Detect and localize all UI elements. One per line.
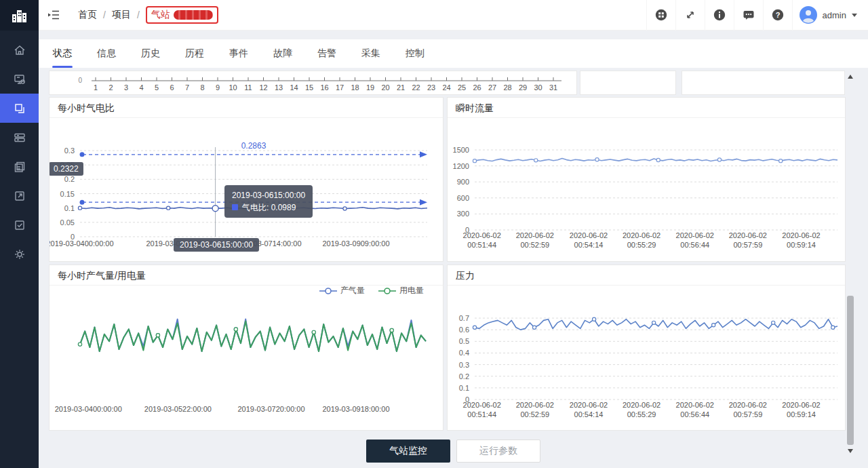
svg-text:2019-03-0400:00:00: 2019-03-0400:00:00 xyxy=(55,405,122,413)
svg-text:00:54:14: 00:54:14 xyxy=(574,410,604,418)
svg-text:2019-03-0720:00:00: 2019-03-0720:00:00 xyxy=(237,405,304,413)
legend-item-用电量[interactable]: 用电量 xyxy=(378,286,424,296)
svg-text:2020-06-02: 2020-06-02 xyxy=(782,401,820,409)
breadcrumb-separator: / xyxy=(103,9,106,20)
svg-text:2020-06-02: 2020-06-02 xyxy=(463,401,501,409)
svg-text:18: 18 xyxy=(351,83,359,92)
svg-text:00:56:44: 00:56:44 xyxy=(680,410,709,418)
svg-text:0.15: 0.15 xyxy=(60,190,75,198)
svg-text:31: 31 xyxy=(549,83,557,92)
document-copy-icon xyxy=(13,160,26,174)
svg-text:0.4: 0.4 xyxy=(459,349,469,357)
month-axis-chart: 0123456789101112131415161718192021222324… xyxy=(50,71,576,94)
content-area: 0123456789101112131415161718192021222324… xyxy=(39,68,868,468)
gas-power-chart[interactable]: 产气量用电量 2019-03-0400:00:002019-03-0522:00… xyxy=(50,286,443,429)
svg-text:2019-03-0918:00:00: 2019-03-0918:00:00 xyxy=(322,405,389,413)
buildings-logo-icon xyxy=(11,7,28,24)
svg-text:13: 13 xyxy=(275,83,283,92)
svg-text:2020-06-02: 2020-06-02 xyxy=(729,401,767,409)
svg-text:2020-06-02: 2020-06-02 xyxy=(676,401,714,409)
top-header: 首页 / 项目 / 气站 xyxy=(39,0,868,31)
tab-采集[interactable]: 采集 xyxy=(361,39,380,68)
sidebar-item-device-list[interactable] xyxy=(0,123,39,152)
header-actions: ? admin xyxy=(646,0,868,31)
app-logo xyxy=(0,0,39,31)
svg-text:0.2863: 0.2863 xyxy=(241,141,267,151)
svg-text:0.1: 0.1 xyxy=(459,384,469,392)
help-button[interactable]: ? xyxy=(763,0,792,31)
pressure-chart[interactable]: 00.10.20.30.40.50.60.72020-06-0200:51:44… xyxy=(448,286,845,429)
scroll-down-arrow[interactable] xyxy=(848,449,853,453)
breadcrumb-station-tag[interactable]: 气站 xyxy=(146,6,218,24)
svg-text:2020-06-02: 2020-06-02 xyxy=(729,231,767,239)
station-monitor-button[interactable]: 气站监控 xyxy=(366,440,450,463)
checkbox-icon xyxy=(13,218,26,232)
svg-text:11: 11 xyxy=(244,83,252,92)
svg-text:0.6: 0.6 xyxy=(459,326,469,334)
scrolled-panel-partial-1 xyxy=(580,71,676,95)
sidebar-nav xyxy=(0,35,39,269)
svg-text:2020-06-02: 2020-06-02 xyxy=(623,401,660,409)
svg-text:14: 14 xyxy=(290,83,298,92)
tooltip-value-row: 气电比: 0.0989 xyxy=(232,201,305,214)
svg-text:20: 20 xyxy=(381,83,389,92)
gas-electric-ratio-chart[interactable]: 0.2322 2019-03-0615:00:00 气电比: 0.0989 20… xyxy=(50,118,443,260)
help-icon: ? xyxy=(771,8,785,22)
tab-控制[interactable]: 控制 xyxy=(406,39,425,68)
y-axis-pointer-label: 0.2322 xyxy=(50,162,83,176)
svg-text:12: 12 xyxy=(259,83,267,92)
tooltip-value: 气电比: 0.0989 xyxy=(242,203,296,212)
scrollbar-thumb[interactable] xyxy=(847,296,854,445)
svg-text:3: 3 xyxy=(124,83,128,92)
avatar xyxy=(800,6,817,24)
tab-信息[interactable]: 信息 xyxy=(97,39,116,68)
user-menu[interactable]: admin xyxy=(792,0,868,31)
tab-告警[interactable]: 告警 xyxy=(317,39,336,68)
run-params-button[interactable]: 运行参数 xyxy=(456,440,540,463)
breadcrumb-project[interactable]: 项目 xyxy=(112,9,131,21)
svg-text:25: 25 xyxy=(458,83,466,92)
sidebar-item-settings[interactable] xyxy=(0,239,39,269)
instant-flow-chart[interactable]: 0300600900120015002020-06-0200:51:442020… xyxy=(448,118,845,260)
panel-title: 每小时气电比 xyxy=(50,98,443,118)
svg-text:00:56:44: 00:56:44 xyxy=(680,241,709,249)
svg-text:1: 1 xyxy=(94,83,98,92)
sidebar-item-monitor-config[interactable] xyxy=(0,64,39,94)
info-icon xyxy=(713,8,726,22)
svg-text:00:54:14: 00:54:14 xyxy=(574,241,604,249)
sidebar-item-report-export[interactable] xyxy=(0,181,39,210)
svg-text:0.2: 0.2 xyxy=(459,372,469,381)
sidebar-item-document-copy[interactable] xyxy=(0,152,39,181)
station-name: 气站 xyxy=(151,9,170,21)
svg-text:600: 600 xyxy=(457,194,469,202)
svg-text:2019-03-0522:00:00: 2019-03-0522:00:00 xyxy=(144,405,212,413)
menu-collapse-button[interactable] xyxy=(39,0,68,31)
sidebar-item-home[interactable] xyxy=(0,35,39,64)
sidebar-item-task-check[interactable] xyxy=(0,210,39,239)
tab-状态[interactable]: 状态 xyxy=(53,39,72,68)
breadcrumb: 首页 / 项目 / 气站 xyxy=(78,6,218,24)
svg-text:8: 8 xyxy=(200,83,204,92)
tab-bar: 状态信息历史历程事件故障告警采集控制 xyxy=(39,39,868,68)
home-icon xyxy=(13,43,26,57)
sidebar xyxy=(0,0,39,468)
tab-故障[interactable]: 故障 xyxy=(273,39,292,68)
legend-marker-icon xyxy=(378,288,396,294)
svg-text:23: 23 xyxy=(427,83,435,92)
apps-icon xyxy=(654,8,668,22)
svg-text:0.2: 0.2 xyxy=(64,175,75,183)
x-axis-pointer-label: 2019-03-0615:00:00 xyxy=(174,238,259,252)
tab-历史[interactable]: 历史 xyxy=(141,39,160,68)
tab-历程[interactable]: 历程 xyxy=(185,39,204,68)
message-button[interactable] xyxy=(734,0,763,31)
svg-text:2019-03-0909:00:00: 2019-03-0909:00:00 xyxy=(322,239,389,248)
svg-text:00:55:29: 00:55:29 xyxy=(627,410,656,418)
scroll-up-arrow[interactable] xyxy=(848,75,853,79)
tab-事件[interactable]: 事件 xyxy=(229,39,248,68)
legend-item-产气量[interactable]: 产气量 xyxy=(319,286,365,296)
breadcrumb-home[interactable]: 首页 xyxy=(78,9,97,21)
sidebar-item-project-panels[interactable] xyxy=(0,94,39,123)
apps-button[interactable] xyxy=(646,0,675,31)
info-button[interactable] xyxy=(705,0,734,31)
fullscreen-button[interactable] xyxy=(675,0,705,31)
